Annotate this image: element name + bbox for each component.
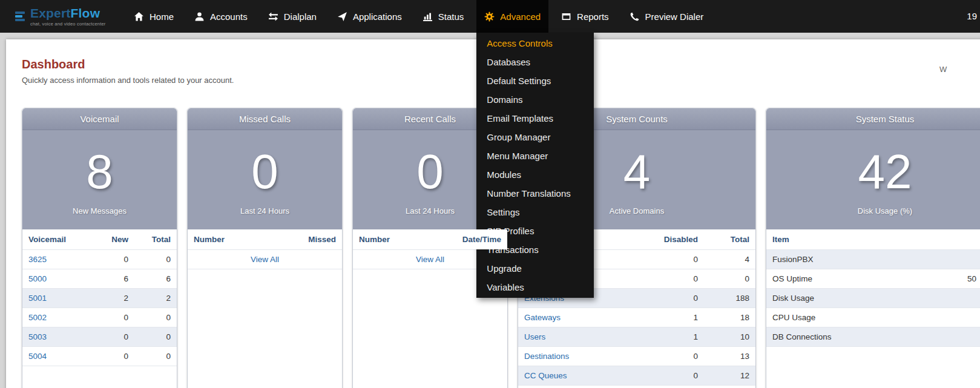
nav-label: Advanced <box>500 12 541 22</box>
voicemail-box-link[interactable]: 5004 <box>28 352 47 361</box>
voicemail-box-link[interactable]: 3625 <box>28 255 47 264</box>
table-row: CPU Usage <box>766 308 980 327</box>
menu-item-email-templates[interactable]: Email Templates <box>476 109 594 128</box>
cell-new: 6 <box>92 269 134 289</box>
transfer-icon <box>268 12 278 22</box>
table-row: 5002 0 0 <box>22 308 177 327</box>
card-header-missed-calls: Missed Calls <box>188 108 342 130</box>
cell-total: 13 <box>704 347 755 366</box>
card-header-voicemail: Voicemail <box>22 108 177 130</box>
menu-item-settings[interactable]: Settings <box>476 203 594 222</box>
send-icon <box>337 12 347 22</box>
cell-disabled: 0 <box>646 250 704 269</box>
nav-item-status[interactable]: Status <box>415 0 472 33</box>
nav-item-reports[interactable]: Reports <box>553 0 617 33</box>
cell-total: 6 <box>134 269 177 289</box>
status-item: FusionPBX <box>766 250 925 269</box>
menu-item-databases[interactable]: Databases <box>476 53 594 71</box>
status-item: CPU Usage <box>766 308 925 327</box>
logo-text-block: ExpertFlow chat, voice and video contact… <box>30 7 106 27</box>
menu-item-modules[interactable]: Modules <box>476 165 594 184</box>
recent-calls-caption: Last 24 Hours <box>406 206 455 215</box>
card-fill <box>766 347 980 388</box>
col-total: Total <box>134 229 177 250</box>
col-item: Item <box>766 229 980 250</box>
card-big-voicemail: 8 New Messages <box>22 130 177 229</box>
col-date-time: Date/Time <box>456 229 507 250</box>
report-icon <box>561 12 571 22</box>
voicemail-count: 8 <box>86 148 113 196</box>
status-item: Disk Usage <box>766 289 925 308</box>
card-big-system-status: 42 Disk Usage (%) <box>766 130 980 229</box>
logo-bars-icon <box>15 12 25 21</box>
voicemail-box-link[interactable]: 5000 <box>28 274 47 283</box>
nav-item-dialplan[interactable]: Dialplan <box>260 0 324 33</box>
voicemail-box-link[interactable]: 5001 <box>28 294 47 303</box>
system-status-table: Item FusionPBX OS Uptime 50 Disk Usage <box>766 229 980 347</box>
nav-item-preview-dialer[interactable]: Preview Dialer <box>622 0 712 33</box>
card-voicemail: Voicemail 8 New Messages Voicemail New T… <box>22 108 177 388</box>
menu-item-domains[interactable]: Domains <box>476 90 594 109</box>
voicemail-box-link[interactable]: 5002 <box>28 313 47 322</box>
cell-total: 0 <box>134 250 177 269</box>
voicemail-box-link[interactable]: 5003 <box>28 332 47 341</box>
missed-calls-count: 0 <box>251 148 278 196</box>
cell-new: 0 <box>92 250 134 269</box>
col-voicemail: Voicemail <box>22 229 92 250</box>
nav-label: Home <box>150 12 174 22</box>
menu-item-upgrade[interactable]: Upgrade <box>476 259 594 278</box>
view-all-link[interactable]: View All <box>416 255 444 264</box>
cell-disabled: 0 <box>646 366 704 386</box>
card-missed-calls: Missed Calls 0 Last 24 Hours Number Miss… <box>187 108 343 388</box>
col-missed: Missed <box>284 229 342 250</box>
count-item-link[interactable]: Users <box>524 332 545 341</box>
menu-item-access-controls[interactable]: Access Controls <box>476 34 594 53</box>
user-icon <box>194 12 205 22</box>
status-value <box>925 308 980 327</box>
voicemail-caption: New Messages <box>73 206 127 215</box>
card-system-status: System Status 42 Disk Usage (%) Item Fus… <box>766 108 980 388</box>
cell-total: 0 <box>134 308 177 327</box>
nav-item-home[interactable]: Home <box>126 0 182 33</box>
cell-total: 0 <box>704 269 755 289</box>
nav-label: Dialplan <box>284 12 317 22</box>
view-all-link[interactable]: View All <box>251 255 279 264</box>
logo-flow: Flow <box>71 6 100 20</box>
col-total: Total <box>704 229 755 250</box>
cell-total: 4 <box>704 250 755 269</box>
menu-item-menu-manager[interactable]: Menu Manager <box>476 146 594 165</box>
system-status-count: 42 <box>858 148 912 196</box>
col-number: Number <box>353 229 456 250</box>
menu-item-variables[interactable]: Variables <box>476 278 594 297</box>
table-header-row: Voicemail New Total <box>22 229 177 250</box>
nav-item-applications[interactable]: Applications <box>329 0 410 33</box>
table-header-row: Number Missed <box>188 229 342 250</box>
card-fill <box>22 366 177 388</box>
col-disabled: Disabled <box>646 229 704 250</box>
cell-disabled: 0 <box>646 269 704 289</box>
status-value: 50 <box>925 269 980 289</box>
nav-item-accounts[interactable]: Accounts <box>186 0 255 33</box>
table-row: View All <box>188 250 342 269</box>
nav-item-advanced[interactable]: Advanced Access Controls Databases Defau… <box>476 0 548 33</box>
count-item-link[interactable]: CC Queues <box>524 371 567 380</box>
menu-item-group-manager[interactable]: Group Manager <box>476 128 594 146</box>
missed-calls-caption: Last 24 Hours <box>240 206 289 215</box>
menu-item-number-translations[interactable]: Number Translations <box>476 184 594 203</box>
status-value <box>925 327 980 347</box>
missed-calls-table: Number Missed View All <box>188 229 342 269</box>
nav-label: Status <box>438 12 464 22</box>
cell-disabled: 0 <box>646 347 704 366</box>
cell-new: 0 <box>92 327 134 347</box>
count-item-link[interactable]: Gateways <box>524 313 561 322</box>
cell-disabled: 1 <box>646 327 704 347</box>
table-row: Disk Usage <box>766 289 980 308</box>
cell-total: 188 <box>704 289 755 308</box>
count-item-link[interactable]: Destinations <box>524 352 569 361</box>
logo[interactable]: ExpertFlow chat, voice and video contact… <box>0 0 116 33</box>
menu-item-default-settings[interactable]: Default Settings <box>476 71 594 90</box>
nav-label: Reports <box>577 12 609 22</box>
card-header-system-status: System Status <box>766 108 980 130</box>
cell-disabled: 1 <box>646 308 704 327</box>
cell-total: 0 <box>134 347 177 366</box>
